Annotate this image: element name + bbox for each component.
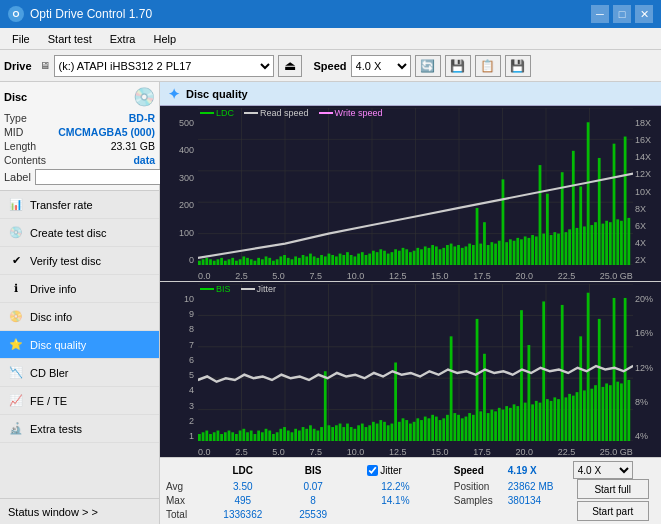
svg-rect-58 xyxy=(357,254,360,265)
svg-rect-246 xyxy=(565,397,568,441)
speed-stat-value: 4.19 X xyxy=(508,461,573,479)
nav-item-create-test-disc[interactable]: 💿 Create test disc xyxy=(0,219,159,247)
start-full-button[interactable]: Start full xyxy=(577,479,649,499)
svg-rect-244 xyxy=(557,399,560,441)
svg-rect-183 xyxy=(331,427,334,441)
eject-button[interactable]: ⏏ xyxy=(278,55,302,77)
minimize-button[interactable]: ─ xyxy=(591,5,609,23)
speed-dropdown[interactable]: 4.0 X xyxy=(573,461,633,479)
jitter-checkbox-label[interactable]: Jitter xyxy=(367,465,454,476)
nav-item-drive-info[interactable]: ℹ Drive info xyxy=(0,275,159,303)
content-header: ✦ Disc quality xyxy=(160,82,661,106)
length-value: 23.31 GB xyxy=(111,140,155,152)
nav-item-disc-quality[interactable]: ⭐ Disc quality xyxy=(0,331,159,359)
nav-item-transfer-rate[interactable]: 📊 Transfer rate xyxy=(0,191,159,219)
svg-rect-69 xyxy=(398,251,401,265)
toolbar-btn-2[interactable]: 💾 xyxy=(445,55,471,77)
create-test-disc-icon: 💿 xyxy=(8,225,24,241)
svg-rect-261 xyxy=(620,383,623,441)
svg-rect-123 xyxy=(598,158,601,265)
mid-label: MID xyxy=(4,126,23,138)
speed-stat-label: Speed xyxy=(454,461,508,479)
svg-rect-175 xyxy=(302,427,305,441)
svg-rect-161 xyxy=(250,431,253,441)
max-ldc: 495 xyxy=(205,493,281,507)
svg-rect-99 xyxy=(509,239,512,265)
close-button[interactable]: ✕ xyxy=(635,5,653,23)
svg-rect-62 xyxy=(372,251,375,265)
svg-rect-243 xyxy=(553,397,556,441)
menu-start-test[interactable]: Start test xyxy=(40,31,100,47)
svg-rect-236 xyxy=(527,345,530,441)
chart2-y-left: 10987654321 xyxy=(160,294,196,441)
svg-rect-194 xyxy=(372,422,375,441)
svg-rect-76 xyxy=(424,246,427,265)
toolbar-btn-1[interactable]: 🔄 xyxy=(415,55,441,77)
start-part-button[interactable]: Start part xyxy=(577,501,649,521)
svg-rect-128 xyxy=(616,219,619,265)
svg-rect-179 xyxy=(316,431,319,441)
svg-rect-231 xyxy=(509,408,512,441)
svg-rect-28 xyxy=(246,258,249,265)
svg-rect-53 xyxy=(339,254,342,265)
menu-extra[interactable]: Extra xyxy=(102,31,144,47)
svg-rect-120 xyxy=(587,122,590,265)
svg-rect-25 xyxy=(235,261,238,265)
svg-rect-171 xyxy=(287,431,290,441)
sidebar: Disc 💿 Type BD-R MID CMCMAGBA5 (000) Len… xyxy=(0,82,160,524)
toolbar-btn-4[interactable]: 💾 xyxy=(505,55,531,77)
fe-te-icon: 📈 xyxy=(8,393,24,409)
legend-ldc: LDC xyxy=(200,108,234,118)
drive-select[interactable]: (k:) ATAPI iHBS312 2 PL17 xyxy=(54,55,274,77)
svg-rect-255 xyxy=(598,319,601,441)
nav-item-verify-test-disc[interactable]: ✔ Verify test disc xyxy=(0,247,159,275)
svg-rect-226 xyxy=(490,410,493,441)
menu-help[interactable]: Help xyxy=(145,31,184,47)
total-ldc: 1336362 xyxy=(205,507,281,521)
svg-rect-57 xyxy=(353,256,356,265)
samples-value: 380134 xyxy=(508,493,573,507)
svg-rect-19 xyxy=(213,261,216,265)
svg-rect-202 xyxy=(402,418,405,441)
status-window-button[interactable]: Status window > > xyxy=(0,498,159,524)
svg-rect-40 xyxy=(291,259,294,265)
svg-rect-63 xyxy=(376,252,379,265)
svg-rect-241 xyxy=(546,399,549,441)
nav-item-extra-tests[interactable]: 🔬 Extra tests xyxy=(0,415,159,443)
svg-rect-105 xyxy=(531,235,534,265)
svg-rect-80 xyxy=(439,249,442,265)
nav-item-disc-info[interactable]: 📀 Disc info xyxy=(0,303,159,331)
svg-rect-203 xyxy=(405,420,408,441)
svg-rect-164 xyxy=(261,432,264,441)
svg-rect-66 xyxy=(387,254,390,265)
maximize-button[interactable]: □ xyxy=(613,5,631,23)
svg-rect-27 xyxy=(242,256,245,265)
legend-bis: BIS xyxy=(200,284,231,294)
nav-item-fe-te[interactable]: 📈 FE / TE xyxy=(0,387,159,415)
label-input[interactable] xyxy=(35,169,168,185)
svg-rect-131 xyxy=(627,218,630,265)
svg-rect-129 xyxy=(620,221,623,265)
svg-rect-220 xyxy=(468,413,471,441)
nav-item-cd-bler[interactable]: 📉 CD Bler xyxy=(0,359,159,387)
svg-rect-263 xyxy=(627,380,630,441)
avg-jitter: 12.2% xyxy=(367,479,454,493)
svg-rect-23 xyxy=(228,259,231,265)
jitter-checkbox[interactable] xyxy=(367,465,378,476)
svg-rect-55 xyxy=(346,252,349,265)
svg-rect-165 xyxy=(265,429,268,441)
svg-rect-227 xyxy=(494,411,497,441)
svg-rect-234 xyxy=(520,310,523,441)
speed-select[interactable]: 4.0 X xyxy=(351,55,411,77)
stats-table: LDC BIS Jitter Speed 4.19 X 4.0 X xyxy=(166,461,655,521)
legend-jitter: Jitter xyxy=(241,284,277,294)
svg-rect-186 xyxy=(342,427,345,441)
svg-rect-193 xyxy=(368,425,371,441)
svg-rect-224 xyxy=(483,354,486,441)
menu-file[interactable]: File xyxy=(4,31,38,47)
toolbar-btn-3[interactable]: 📋 xyxy=(475,55,501,77)
svg-rect-92 xyxy=(483,222,486,265)
svg-rect-247 xyxy=(568,394,571,441)
svg-rect-41 xyxy=(294,256,297,265)
svg-rect-22 xyxy=(224,261,227,265)
